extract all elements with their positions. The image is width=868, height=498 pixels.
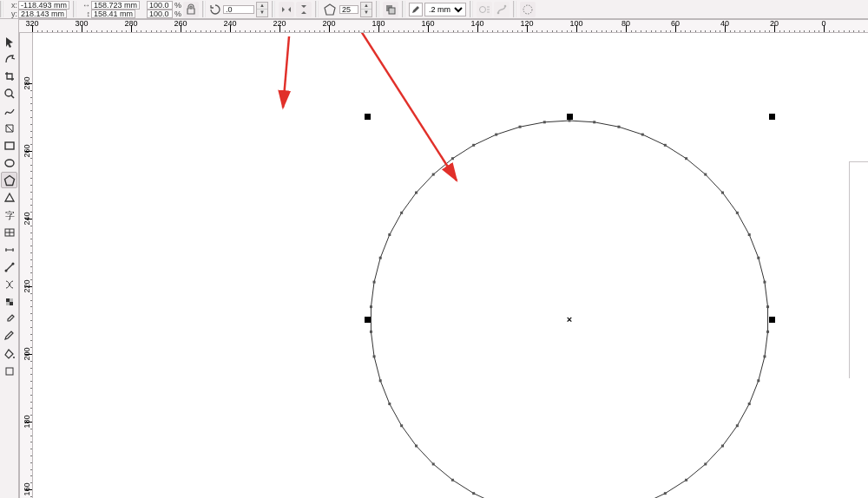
polygon-object: [371, 121, 767, 498]
shape-tool[interactable]: [1, 50, 17, 67]
transparency-tool[interactable]: [1, 293, 17, 310]
table-tool[interactable]: [1, 224, 17, 240]
options-icon[interactable]: [520, 2, 536, 17]
property-bar: x: -118.493 mm y: 218.143 mm ↔ 158.723 m…: [0, 0, 868, 19]
svg-point-7: [5, 89, 12, 96]
svg-rect-58: [388, 233, 391, 236]
points-stepper[interactable]: ▲▼: [360, 2, 372, 17]
freehand-tool[interactable]: [1, 102, 17, 119]
svg-rect-33: [748, 403, 751, 405]
pos-y-input[interactable]: 218.143 mm: [18, 10, 67, 18]
svg-rect-34: [736, 424, 739, 427]
pos-x-label: x:: [7, 1, 17, 10]
svg-rect-36: [704, 462, 707, 465]
svg-rect-55: [370, 305, 372, 308]
mesh-fill-tool[interactable]: [1, 276, 17, 292]
points-input[interactable]: 25: [339, 5, 358, 14]
svg-rect-8: [5, 142, 14, 149]
svg-point-13: [4, 269, 7, 272]
svg-point-5: [504, 4, 507, 7]
basic-shapes-tool[interactable]: [1, 189, 17, 206]
svg-rect-49: [415, 444, 418, 447]
selection-center-mark[interactable]: ×: [567, 314, 572, 324]
eyedropper-tool[interactable]: [1, 311, 17, 327]
svg-rect-48: [432, 462, 435, 465]
svg-rect-62: [451, 157, 454, 160]
svg-rect-24: [721, 192, 724, 194]
pos-x-input[interactable]: -118.493 mm: [18, 1, 69, 10]
selection-handle[interactable]: [769, 114, 775, 120]
svg-point-4: [497, 11, 500, 14]
svg-rect-31: [763, 355, 766, 357]
svg-rect-46: [472, 492, 475, 495]
convert-to-curves-icon[interactable]: [494, 2, 510, 17]
smart-fill-tool[interactable]: [1, 120, 17, 136]
mirror-horizontal-icon[interactable]: [279, 2, 294, 17]
svg-rect-2: [389, 8, 395, 14]
svg-marker-10: [4, 175, 14, 185]
zoom-tool[interactable]: [1, 85, 17, 102]
svg-rect-20: [641, 134, 644, 136]
docker-panel-edge[interactable]: [849, 161, 868, 378]
interactive-fill-tool[interactable]: [1, 363, 17, 379]
svg-rect-51: [388, 403, 391, 405]
svg-rect-57: [379, 257, 382, 259]
percent-label: %: [174, 1, 181, 10]
connector-tool[interactable]: [1, 259, 17, 275]
svg-rect-37: [685, 479, 687, 482]
svg-rect-63: [472, 144, 475, 147]
svg-rect-61: [432, 174, 435, 176]
svg-rect-54: [370, 331, 372, 333]
selection-handle[interactable]: [567, 114, 573, 120]
rotation-stepper[interactable]: ▲▼: [256, 2, 268, 17]
vertical-ruler[interactable]: 280260240220200180160: [19, 33, 33, 498]
outline-pen-icon[interactable]: [409, 3, 423, 16]
svg-rect-47: [451, 479, 454, 482]
polygon-tool[interactable]: [1, 172, 17, 188]
polygon-points-icon: [322, 2, 338, 17]
height-icon: ↕: [80, 10, 90, 18]
rectangle-tool[interactable]: [1, 137, 17, 154]
annotation-arrow: [283, 36, 289, 108]
rotation-group: .0 ▲▼: [206, 0, 272, 18]
rotation-icon: [209, 2, 221, 17]
scale-group: 100.0 % 100.0 %: [143, 0, 202, 18]
to-front-icon[interactable]: [383, 2, 398, 17]
lock-ratio-icon[interactable]: [183, 2, 199, 17]
mirror-vertical-icon[interactable]: [296, 2, 312, 17]
scale-y-input[interactable]: 100.0: [147, 10, 173, 18]
svg-text:字: 字: [4, 210, 14, 220]
width-icon: ↔: [80, 1, 90, 10]
pick-tool[interactable]: [1, 33, 17, 49]
wrap-text-icon[interactable]: [477, 2, 492, 17]
crop-tool[interactable]: [1, 68, 17, 84]
toolbox: 字: [0, 19, 19, 498]
drawing-canvas[interactable]: ×: [33, 33, 868, 498]
scale-x-input[interactable]: 100.0: [147, 1, 173, 10]
selection-handle[interactable]: [365, 317, 371, 323]
horizontal-ruler[interactable]: 3203002802602402202001801601401201008060…: [19, 19, 868, 33]
svg-rect-50: [400, 424, 403, 427]
width-input[interactable]: 158.723 mm: [91, 1, 140, 10]
svg-rect-28: [763, 281, 766, 284]
fill-tool[interactable]: [1, 345, 17, 362]
selection-handle[interactable]: [769, 317, 775, 323]
svg-rect-32: [757, 379, 760, 382]
ellipse-tool[interactable]: [1, 154, 17, 171]
svg-point-6: [523, 5, 532, 14]
svg-marker-0: [325, 4, 335, 15]
rotation-input[interactable]: .0: [223, 5, 254, 14]
dimension-tool[interactable]: [1, 241, 17, 258]
svg-rect-64: [495, 134, 497, 136]
selection-handle[interactable]: [365, 114, 371, 120]
svg-rect-56: [373, 281, 376, 284]
svg-rect-26: [748, 233, 751, 236]
outline-width-select[interactable]: .2 mm: [424, 3, 466, 16]
height-input[interactable]: 158.41 mm: [91, 10, 135, 18]
svg-point-15: [13, 357, 15, 358]
svg-rect-59: [400, 212, 403, 214]
outline-tool[interactable]: [1, 328, 17, 344]
svg-rect-66: [543, 121, 546, 123]
points-group: 25 ▲▼: [319, 0, 376, 18]
text-tool[interactable]: 字: [1, 206, 17, 223]
